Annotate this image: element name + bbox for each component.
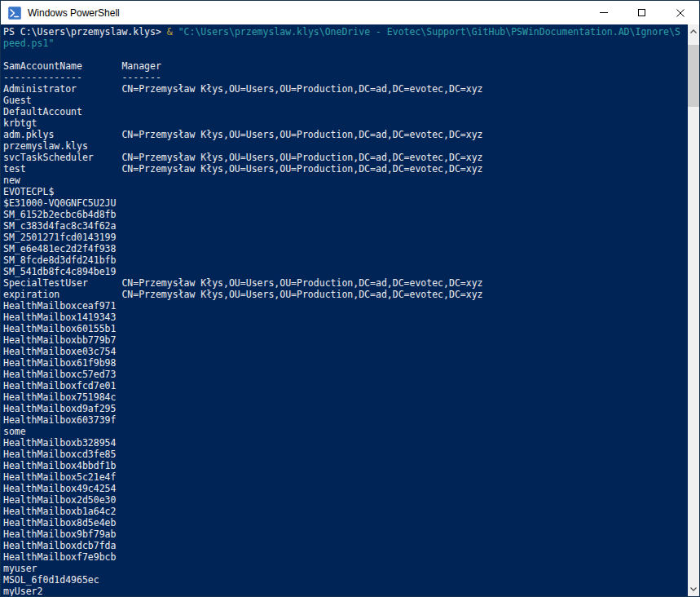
titlebar[interactable]: Windows PowerShell: [1, 1, 699, 24]
terminal-line: SM_2501271fcd0143199: [3, 232, 688, 243]
terminal-line: expiration CN=Przemysław Kłys,OU=Users,O…: [3, 289, 688, 300]
terminal-line: HealthMailboxe03c754: [3, 346, 688, 357]
terminal-line: HealthMailbox61f9b98: [3, 357, 688, 369]
terminal-line: HealthMailboxb328954: [3, 437, 688, 449]
terminal-line: DefaultAccount: [3, 106, 688, 117]
maximize-button[interactable]: [623, 1, 661, 24]
minimize-icon: [600, 12, 608, 13]
terminal-line: HealthMailbox751984c: [3, 391, 688, 403]
terminal-line: svcTaskScheduler CN=Przemysław Kłys,OU=U…: [3, 152, 688, 163]
powershell-window: Windows PowerShell PS C:\Users\przemysla…: [0, 0, 700, 597]
terminal-line: Administrator CN=Przemysław Kłys,OU=User…: [3, 83, 688, 95]
terminal-line: SM_c383d4fac8c34f62a: [3, 220, 688, 232]
terminal-line: HealthMailbox8d5e4eb: [3, 517, 688, 528]
terminal-line: HealthMailbox9bf79ab: [3, 528, 688, 540]
terminal-line: HealthMailboxf7e9bcb: [3, 551, 688, 563]
terminal-line: HealthMailboxdcb7fda: [3, 540, 688, 551]
terminal-line: -------------- -------: [3, 72, 688, 83]
terminal-line: HealthMailbox49c4254: [3, 483, 688, 494]
terminal-line: HealthMailbox2d50e30: [3, 494, 688, 506]
maximize-icon: [638, 9, 645, 16]
close-button[interactable]: [661, 1, 699, 24]
terminal-line: HealthMailbox1419343: [3, 312, 688, 323]
minimize-button[interactable]: [584, 1, 623, 24]
terminal-line: HealthMailboxcd3fe85: [3, 449, 688, 460]
terminal-line: adm.pklys CN=Przemysław Kłys,OU=Users,OU…: [3, 129, 688, 140]
scrollbar[interactable]: [688, 24, 699, 596]
window-controls: [584, 1, 699, 24]
scroll-down-button[interactable]: [688, 582, 699, 596]
terminal-line: [3, 49, 688, 60]
chevron-down-icon: [690, 587, 697, 591]
terminal-line: SM_6152b2ecbc6b4d8fb: [3, 209, 688, 220]
terminal-line: peed.ps1": [3, 38, 688, 49]
terminal-line: HealthMailbox60155b1: [3, 323, 688, 334]
terminal-line: HealthMailboxc57ed73: [3, 369, 688, 380]
scroll-up-button[interactable]: [688, 24, 699, 38]
terminal-line: SM_8fcde8d3dfd241bfb: [3, 254, 688, 266]
terminal-line: $E31000-VQ0GNFC5U2JU: [3, 197, 688, 209]
terminal-line: myUser2: [3, 586, 688, 596]
terminal-line: test CN=Przemysław Kłys,OU=Users,OU=Prod…: [3, 163, 688, 175]
terminal-line: EVOTECPL$: [3, 186, 688, 197]
terminal-line: HealthMailboxceaf971: [3, 300, 688, 312]
terminal-line: krbtgt: [3, 117, 688, 129]
close-icon: [676, 9, 685, 17]
window-title: Windows PowerShell: [28, 7, 120, 19]
scroll-thumb[interactable]: [688, 45, 699, 107]
terminal-line: SM_e6e481ec2d2f4f938: [3, 243, 688, 254]
terminal-line: HealthMailbox5c21e4f: [3, 471, 688, 483]
terminal-line: Guest: [3, 95, 688, 106]
chevron-up-icon: [690, 29, 697, 33]
terminal-line: HealthMailboxd9af295: [3, 403, 688, 414]
terminal-line: HealthMailboxfcd7e01: [3, 380, 688, 391]
terminal-line: SM_541db8fc4c894be19: [3, 266, 688, 277]
powershell-icon: [8, 7, 21, 20]
terminal-line: SpecialTestUser CN=Przemysław Kłys,OU=Us…: [3, 277, 688, 289]
terminal-line: MSOL_6f0d1d4965ec: [3, 574, 688, 586]
console-content: PS C:\Users\przemyslaw.klys> & "C:\Users…: [1, 24, 699, 596]
terminal-line: myuser: [3, 563, 688, 574]
terminal-output[interactable]: PS C:\Users\przemyslaw.klys> & "C:\Users…: [1, 24, 688, 596]
terminal-line: HealthMailbox603739f: [3, 414, 688, 426]
terminal-line: przemyslaw.klys: [3, 140, 688, 152]
terminal-line: PS C:\Users\przemyslaw.klys> & "C:\Users…: [3, 26, 688, 38]
terminal-line: new: [3, 175, 688, 186]
terminal-line: some: [3, 426, 688, 437]
terminal-line: HealthMailbox4bbdf1b: [3, 460, 688, 471]
terminal-line: SamAccountName Manager: [3, 60, 688, 72]
terminal-line: HealthMailboxbb779b7: [3, 334, 688, 346]
terminal-line: HealthMailboxb1a64c2: [3, 506, 688, 517]
